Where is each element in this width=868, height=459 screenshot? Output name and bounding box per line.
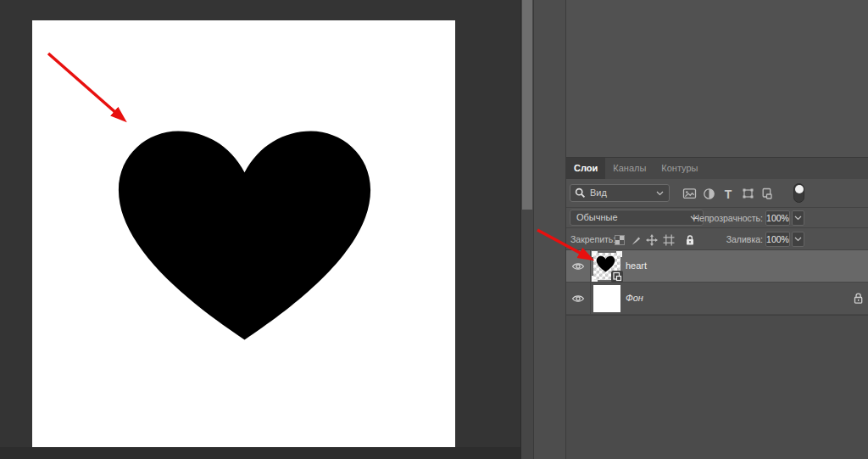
toggle-knob-icon <box>795 185 804 193</box>
selection-corner <box>592 251 598 257</box>
selection-corner <box>592 276 598 282</box>
heart-thumbnail-shape <box>596 255 615 272</box>
smart-object-filter-icon[interactable] <box>760 187 775 200</box>
layer-row-heart[interactable]: heart <box>566 250 868 283</box>
heart-shape <box>110 123 379 346</box>
type-filter-icon[interactable]: T <box>721 187 736 200</box>
document-canvas[interactable] <box>32 20 455 447</box>
blend-mode-dropdown[interactable]: Обычные <box>570 210 704 226</box>
selection-corner <box>616 251 622 257</box>
layer-filtering-toggle[interactable] <box>793 183 804 203</box>
photoshop-window: Слои Каналы Контуры Вид <box>0 0 868 459</box>
panel-dock-gap <box>534 0 566 459</box>
lock-transparency-icon[interactable] <box>613 233 626 246</box>
eye-icon <box>571 261 585 271</box>
opacity-value-field[interactable]: 100% <box>765 210 790 226</box>
layers-list: heart Фон <box>566 250 868 315</box>
tab-layers[interactable]: Слои <box>566 158 605 179</box>
layer-thumbnail-heart[interactable] <box>593 253 620 280</box>
fill-dropdown-button[interactable] <box>792 232 804 247</box>
layer-thumbnail-background[interactable] <box>593 285 620 312</box>
panel-tab-bar: Слои Каналы Контуры <box>566 157 868 179</box>
layer-row-background[interactable]: Фон <box>566 283 868 315</box>
status-bar-strip <box>0 447 520 459</box>
pixel-filter-icon[interactable] <box>682 187 697 200</box>
layer-name: heart <box>626 250 647 282</box>
scrollbar-thumb[interactable] <box>522 0 532 210</box>
layer-name: Фон <box>626 283 643 314</box>
chevron-down-icon <box>794 216 802 221</box>
tab-paths[interactable]: Контуры <box>654 158 705 179</box>
shape-filter-icon[interactable] <box>740 187 755 200</box>
eye-icon <box>571 294 585 304</box>
blend-mode-value: Обычные <box>576 210 618 225</box>
filter-dropdown-label: Вид <box>590 185 607 201</box>
adjustment-filter-icon[interactable] <box>701 187 716 200</box>
lock-artboard-icon[interactable] <box>662 233 676 246</box>
filter-type-dropdown[interactable]: Вид <box>570 184 670 202</box>
lock-label: Закрепить: <box>570 234 615 244</box>
lock-all-icon[interactable] <box>683 233 697 246</box>
fill-value-field[interactable]: 100% <box>765 232 790 247</box>
visibility-cell[interactable] <box>566 283 591 314</box>
canvas-vertical-scrollbar[interactable] <box>520 0 534 459</box>
visibility-cell[interactable] <box>566 250 591 282</box>
svg-text:T: T <box>725 188 732 200</box>
canvas-backdrop <box>0 0 520 447</box>
layers-panel: Слои Каналы Контуры Вид <box>566 0 868 459</box>
lock-position-icon[interactable] <box>645 233 659 246</box>
chevron-down-icon <box>656 191 664 196</box>
fill-label: Заливка: <box>726 234 763 244</box>
blend-opacity-row: Обычные Непрозрачность: 100% <box>566 208 868 228</box>
tab-channels[interactable]: Каналы <box>605 158 654 179</box>
lock-fill-row: Закрепить: <box>566 228 868 250</box>
chevron-down-icon <box>794 237 802 242</box>
smart-object-badge-icon <box>611 271 623 283</box>
opacity-label: Непрозрачность: <box>693 213 764 223</box>
lock-pixels-icon[interactable] <box>629 233 643 246</box>
search-icon <box>575 188 586 199</box>
layer-filter-row: Вид T <box>566 179 868 208</box>
opacity-dropdown-button[interactable] <box>792 210 804 226</box>
background-lock-icon[interactable] <box>853 292 864 305</box>
panel-empty-area <box>566 315 868 459</box>
